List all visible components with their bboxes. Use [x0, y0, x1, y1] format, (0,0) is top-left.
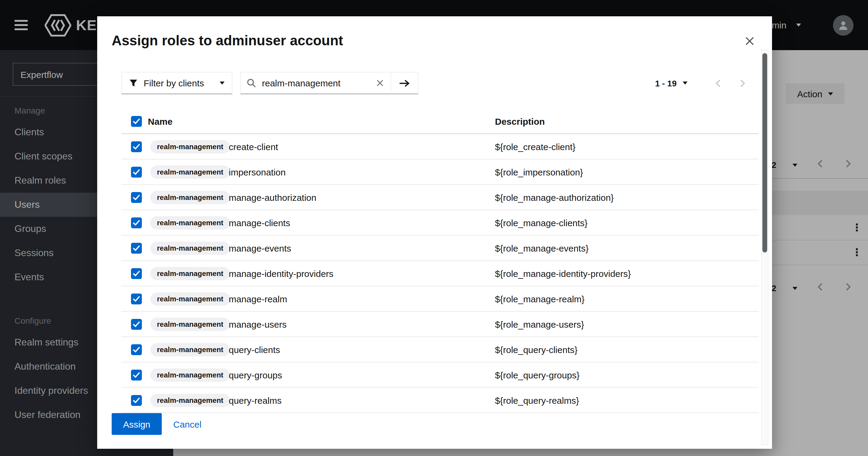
clear-search-icon[interactable]	[375, 79, 384, 88]
row-checkbox[interactable]	[131, 217, 142, 228]
row-checkbox[interactable]	[131, 243, 142, 253]
chevron-down-icon	[220, 82, 224, 85]
client-badge: realm-management	[150, 368, 230, 381]
role-name: query-realms	[229, 395, 282, 405]
client-badge: realm-management	[150, 317, 230, 331]
row-checkbox[interactable]	[131, 268, 142, 279]
client-badge: realm-management	[150, 267, 230, 280]
assign-button[interactable]: Assign	[112, 413, 162, 435]
role-name: query-groups	[229, 370, 282, 380]
client-badge: realm-management	[150, 216, 230, 229]
select-all-checkbox[interactable]	[131, 116, 142, 126]
role-name: manage-users	[229, 319, 287, 329]
pagination: 1 - 19	[651, 72, 748, 94]
row-checkbox[interactable]	[131, 166, 142, 177]
role-name: manage-identity-providers	[229, 268, 334, 279]
row-checkbox[interactable]	[131, 344, 142, 355]
role-description: ${role_manage-authorization}	[495, 192, 614, 202]
table-row: realm-management create-client ${role_cr…	[121, 134, 759, 160]
chevron-down-icon	[683, 82, 687, 85]
assign-roles-modal: Assign roles to adminuser account Filter…	[97, 16, 772, 449]
role-description: ${role_create-client}	[495, 141, 576, 151]
role-name: query-clients	[229, 344, 280, 354]
search-submit-button[interactable]	[391, 72, 418, 94]
arrow-right-icon	[399, 79, 410, 87]
row-checkbox[interactable]	[131, 395, 142, 405]
client-badge: realm-management	[150, 292, 230, 305]
table-row: realm-management manage-authorization ${…	[121, 185, 759, 210]
filter-dropdown-label: Filter by clients	[144, 78, 204, 88]
filter-dropdown[interactable]: Filter by clients	[121, 72, 232, 94]
table-row: realm-management manage-clients ${role_m…	[121, 210, 759, 235]
row-checkbox[interactable]	[131, 141, 142, 152]
role-name: manage-events	[229, 243, 291, 253]
close-icon[interactable]	[743, 34, 756, 48]
search-box	[240, 72, 391, 94]
pagination-range: 1 - 19	[655, 78, 677, 88]
role-description: ${role_manage-realm}	[495, 293, 585, 304]
role-name: manage-authorization	[229, 192, 316, 202]
row-checkbox[interactable]	[131, 319, 142, 330]
table-row: realm-management manage-events ${role_ma…	[121, 235, 759, 261]
role-name: impersonation	[229, 167, 285, 177]
scrollbar-thumb[interactable]	[763, 53, 767, 253]
role-name: manage-clients	[229, 218, 290, 228]
prev-page-button[interactable]	[713, 77, 723, 90]
client-badge: realm-management	[150, 140, 230, 153]
client-badge: realm-management	[150, 343, 230, 356]
search-icon	[247, 79, 256, 88]
table-row: realm-management query-groups ${role_que…	[121, 362, 759, 388]
role-description: ${role_manage-users}	[495, 319, 584, 329]
role-description: ${role_impersonation}	[495, 167, 583, 177]
role-description: ${role_query-realms}	[495, 395, 579, 405]
table-row: realm-management query-realms ${role_que…	[121, 388, 759, 413]
role-description: ${role_query-groups}	[495, 370, 580, 380]
table-row: realm-management manage-users ${role_man…	[121, 312, 759, 337]
keycloak-admin-console: KEYCLOAK admin Expertflow Manage	[0, 0, 868, 456]
modal-scrollbar[interactable]	[761, 50, 768, 445]
modal-toolbar: Filter by clients 1	[121, 72, 748, 94]
client-badge: realm-management	[150, 165, 230, 178]
client-badge: realm-management	[150, 241, 230, 255]
cancel-button[interactable]: Cancel	[173, 413, 201, 435]
role-name: create-client	[229, 141, 278, 151]
row-checkbox[interactable]	[131, 293, 142, 304]
table-row: realm-management query-clients ${role_qu…	[121, 337, 759, 362]
description-column-header: Description	[495, 116, 545, 126]
name-column-header: Name	[148, 116, 173, 126]
role-description: ${role_manage-events}	[495, 243, 589, 253]
role-description: ${role_manage-identity-providers}	[495, 268, 631, 279]
table-row: realm-management manage-realm ${role_man…	[121, 286, 759, 312]
table-row: realm-management impersonation ${role_im…	[121, 160, 759, 185]
table-header: Name Description	[121, 109, 759, 134]
search-input[interactable]	[261, 77, 371, 89]
pagination-menu[interactable]: 1 - 19	[651, 78, 691, 88]
modal-title: Assign roles to adminuser account	[112, 33, 343, 49]
role-name: manage-realm	[229, 293, 287, 304]
table-row: realm-management manage-identity-provide…	[121, 261, 759, 286]
client-badge: realm-management	[150, 191, 230, 204]
row-checkbox[interactable]	[131, 369, 142, 380]
roles-table: Name Description realm-management create…	[121, 109, 759, 413]
filter-icon	[129, 79, 137, 87]
screen: KEYCLOAK admin Expertflow Manage	[0, 0, 868, 456]
next-page-button[interactable]	[738, 77, 748, 90]
row-checkbox[interactable]	[131, 192, 142, 203]
client-badge: realm-management	[150, 394, 230, 407]
role-description: ${role_query-clients}	[495, 344, 578, 354]
role-description: ${role_manage-clients}	[495, 218, 588, 228]
